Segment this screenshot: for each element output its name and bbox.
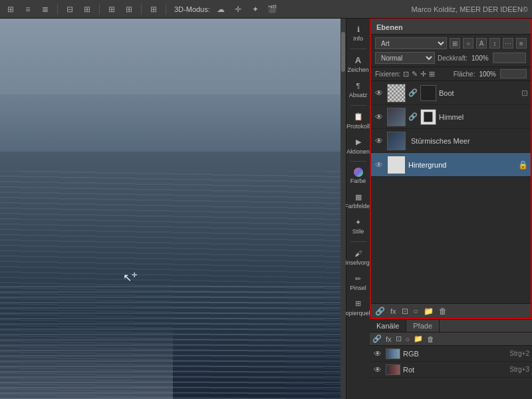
sidebar-item-farbe[interactable]: Farbe [348, 165, 369, 188]
layer-icon-btn-2[interactable]: ○ [463, 38, 473, 49]
3d-mode-label: 3D-Modus: [174, 5, 210, 13]
absatz-icon: ¶ [353, 80, 364, 91]
toolbar-icon-cursor[interactable]: ✛ [231, 3, 245, 16]
layer-name-himmel: Himmel [439, 113, 528, 121]
ch-trash-icon[interactable]: 🗑 [427, 335, 434, 343]
eye-icon-meer[interactable]: 👁 [374, 136, 384, 146]
layer-row1: Art ⊞ ○ A ↕ ⋯ ≡ [375, 37, 527, 49]
folder-bottom-icon[interactable]: 📁 [424, 307, 434, 316]
main-container: ↖✛ ℹ Info A Zeichen ¶ Absatz [0, 19, 532, 399]
sidebar-label-aktionen: Aktionen [346, 149, 370, 156]
ch-rect-icon[interactable]: ⊡ [396, 334, 402, 343]
layer-extra-boot: ⊡ [521, 88, 528, 98]
layers-panel: Ebenen Art ⊞ ○ A ↕ ⋯ ≡ [370, 19, 532, 319]
sidebar-item-aktionen[interactable]: ▶ Aktionen [348, 134, 369, 158]
channel-item-rot[interactable]: 👁 Rot Strg+3 [370, 362, 532, 378]
toolbar-icon-2[interactable]: ≡ [21, 3, 35, 16]
flaeche-slider[interactable] [500, 69, 527, 78]
channels-tabs: Kanäle Pfade [370, 320, 532, 332]
channel-thumb-rgb [386, 348, 400, 359]
channel-shortcut-rot: Strg+3 [509, 366, 529, 373]
sidebar-item-protokoll[interactable]: 📋 Protokoll [348, 109, 369, 133]
layer-mode-select[interactable]: Normal [375, 52, 435, 64]
sidebar-item-pinselvorga[interactable]: 🖌 Pinselvorg... [348, 245, 369, 269]
ch-fx-icon[interactable]: fx [386, 335, 392, 343]
sidebar-item-stile[interactable]: ✦ Stile [348, 214, 369, 238]
adjust-bottom-icon[interactable]: ○ [414, 307, 418, 316]
sidebar-item-absatz[interactable]: ¶ Absatz [348, 78, 369, 102]
lock-icon-hintergrund: 🔒 [518, 160, 528, 170]
lock-position-icon[interactable]: ✛ [420, 70, 426, 78]
layer-mask-himmel [420, 109, 436, 125]
sidebar-item-info[interactable]: ℹ Info [348, 21, 369, 45]
layer-item-himmel[interactable]: 👁 🔗 Himmel [371, 105, 531, 129]
opacity-label: Deckkraft: [438, 55, 467, 62]
trash-bottom-icon[interactable]: 🗑 [439, 307, 447, 316]
mask-bottom-icon[interactable]: ⊡ [402, 307, 408, 316]
eye-icon-rgb[interactable]: 👁 [372, 348, 383, 359]
toolbar-icon-4[interactable]: ⊟ [63, 3, 76, 16]
sidebar-sep-4 [350, 241, 366, 242]
toolbar-icon-7[interactable]: ⊞ [122, 3, 136, 16]
layer-icon-btn-5[interactable]: ⋯ [503, 38, 513, 49]
eye-icon-hintergrund[interactable]: 👁 [374, 160, 384, 170]
layer-item-boot[interactable]: 👁 🔗 Boot ⊡ [371, 81, 531, 105]
sidebar-item-pinsel[interactable]: ✏ Pinsel [348, 271, 369, 295]
tab-kanaele[interactable]: Kanäle [370, 320, 406, 332]
layer-item-hintergrund[interactable]: 👁 Hintergrund 🔒 [371, 153, 531, 177]
sidebar-label-farbe: Farbe [350, 178, 366, 185]
toolbar-icon-8[interactable]: ⊞ [147, 3, 160, 16]
layer-item-meer[interactable]: 👁 Stürmisches Meer [371, 129, 531, 153]
lock-transparent-icon[interactable]: ⊡ [403, 70, 409, 78]
ch-folder-icon[interactable]: 📁 [414, 334, 423, 343]
opacity-slider[interactable] [493, 53, 526, 63]
fixieren-row: Fixieren: ⊡ ✎ ✛ ⊞ Fläche: 100% [371, 67, 531, 81]
link-bottom-icon[interactable]: 🔗 [375, 307, 385, 316]
cursor: ↖✛ [123, 271, 137, 284]
pinselvorga-icon: 🖌 [353, 248, 364, 259]
user-label: Marco Kolditz, MEER DER IDEEN© [411, 5, 528, 13]
layers-panel-header: Ebenen [371, 20, 531, 35]
sidebar-sep-3 [350, 161, 366, 162]
toolbar-sep-4 [166, 4, 166, 15]
sidebar-item-farbfelder[interactable]: ▦ Farbfelder [348, 189, 369, 213]
layer-thumb-hintergrund [387, 156, 406, 174]
layer-thumb-boot [387, 84, 406, 102]
toolbar-icon-6[interactable]: ⊞ [105, 3, 118, 16]
fx-bottom-icon[interactable]: fx [390, 307, 396, 315]
eye-icon-boot[interactable]: 👁 [374, 88, 384, 98]
canvas-scrollbar[interactable] [340, 19, 346, 399]
ch-circle-icon[interactable]: ○ [406, 335, 410, 343]
lock-image-icon[interactable]: ✎ [412, 70, 418, 78]
layer-icon-btn-1[interactable]: ⊞ [450, 38, 460, 49]
tab-pfade[interactable]: Pfade [406, 320, 440, 332]
channel-item-rgb[interactable]: 👁 RGB Strg+2 [370, 346, 532, 362]
canvas-area[interactable]: ↖✛ [0, 19, 346, 399]
ch-link-icon[interactable]: 🔗 [372, 334, 382, 343]
toolbar-icon-cam[interactable]: 🎬 [266, 3, 279, 16]
eye-icon-rot[interactable]: 👁 [372, 364, 383, 375]
canvas-image: ↖✛ [0, 19, 346, 399]
toolbar-icon-5[interactable]: ⊞ [80, 3, 94, 16]
channel-name-rot: Rot [403, 366, 507, 374]
toolbar-icon-move[interactable]: ✦ [249, 3, 262, 16]
layer-icon-btn-3[interactable]: A [476, 38, 487, 49]
layer-icon-btn-4[interactable]: ↕ [489, 38, 500, 49]
toolbar-icon-cloud[interactable]: ☁ [214, 3, 227, 16]
lock-artboard-icon[interactable]: ⊞ [429, 70, 435, 78]
layer-icon-btn-6[interactable]: ≡ [516, 38, 527, 49]
opacity-value: 100% [471, 55, 489, 62]
toolbar-icon-1[interactable]: ⊞ [4, 3, 17, 16]
layer-type-select[interactable]: Art [375, 37, 447, 49]
flaeche-label: Fläche: [454, 70, 475, 78]
info-icon: ℹ [353, 24, 364, 35]
toolbar-sep-1 [57, 4, 58, 15]
sidebar-item-kopierquelle[interactable]: ⊞ Kopierquelle [348, 296, 369, 320]
farbe-icon [354, 168, 363, 177]
sidebar-item-zeichen[interactable]: A Zeichen [348, 53, 369, 76]
toolbar-icon-3[interactable]: ≣ [39, 3, 52, 16]
layer-name-boot: Boot [439, 89, 519, 97]
layer-list: 👁 🔗 Boot ⊡ 👁 🔗 Himmel [371, 81, 531, 303]
scrollbar-thumb[interactable] [341, 32, 345, 72]
eye-icon-himmel[interactable]: 👁 [374, 112, 384, 122]
